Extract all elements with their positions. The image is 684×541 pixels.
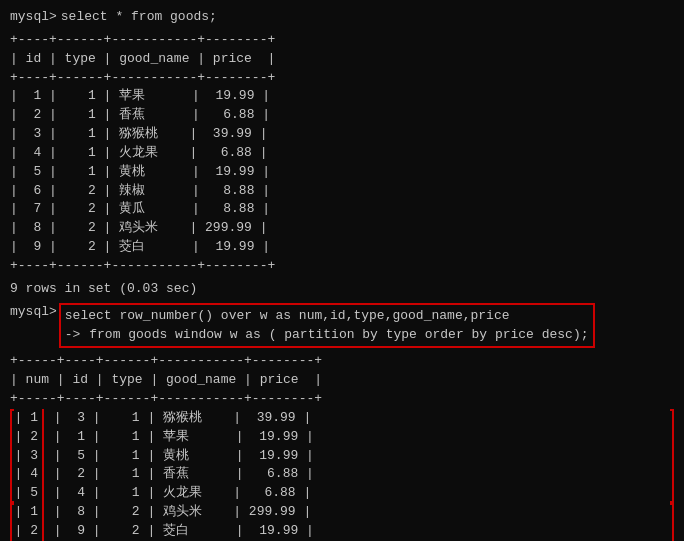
table2-divider-top: +-----+----+------+-----------+--------+ bbox=[10, 352, 674, 371]
table1-row-2: | 2 | 1 | 香蕉 | 6.88 | bbox=[10, 106, 674, 125]
prompt1: mysql> bbox=[10, 8, 57, 27]
red-border-right-g1 bbox=[670, 409, 674, 503]
table1-row-8: | 8 | 2 | 鸡头米 | 299.99 | bbox=[10, 219, 674, 238]
t2-row-6-wrapper: | 1 | 8 | 2 | 鸡头米 | 299.99 | bbox=[14, 503, 670, 522]
table2-divider-mid: +-----+----+------+-----------+--------+ bbox=[10, 390, 674, 409]
t2-row-2-rest: | 1 | 1 | 苹果 | 19.99 | bbox=[44, 428, 314, 447]
t2-row-3-rest: | 5 | 1 | 黄桃 | 19.99 | bbox=[44, 447, 314, 466]
query2-block: mysql> select row_number() over w as num… bbox=[10, 303, 674, 349]
result1: 9 rows in set (0.03 sec) bbox=[10, 280, 674, 299]
table1-divider-mid: +----+------+-----------+--------+ bbox=[10, 69, 674, 88]
table2-rows-group2: | 1 | 8 | 2 | 鸡头米 | 299.99 | | 2 | 9 | 2… bbox=[10, 503, 674, 541]
t2-row-7-rest: | 9 | 2 | 茭白 | 19.99 | bbox=[44, 522, 314, 541]
table1-row-6: | 6 | 2 | 辣椒 | 8.88 | bbox=[10, 182, 674, 201]
table1-row-1: | 1 | 1 | 苹果 | 19.99 | bbox=[10, 87, 674, 106]
table1-row-7: | 7 | 2 | 黄瓜 | 8.88 | bbox=[10, 200, 674, 219]
query1-line: mysql> select * from goods; bbox=[10, 8, 674, 27]
t2-row-4-rest: | 2 | 1 | 香蕉 | 6.88 | bbox=[44, 465, 314, 484]
table1-row-4: | 4 | 1 | 火龙果 | 6.88 | bbox=[10, 144, 674, 163]
t2-row-5-wrapper: | 5 | 4 | 1 | 火龙果 | 6.88 | bbox=[14, 484, 670, 503]
terminal: mysql> select * from goods; +----+------… bbox=[10, 8, 674, 541]
table1-row-9: | 9 | 2 | 茭白 | 19.99 | bbox=[10, 238, 674, 257]
t2-row-4-wrapper: | 4 | 2 | 1 | 香蕉 | 6.88 | bbox=[14, 465, 670, 484]
table1-row-3: | 3 | 1 | 猕猴桃 | 39.99 | bbox=[10, 125, 674, 144]
t2-row-1-wrapper: | 1 | 3 | 1 | 猕猴桃 | 39.99 | bbox=[14, 409, 670, 428]
t2-row-3-wrapper: | 3 | 5 | 1 | 黄桃 | 19.99 | bbox=[14, 447, 670, 466]
t2-row-1-rest: | 3 | 1 | 猕猴桃 | 39.99 | bbox=[44, 409, 311, 428]
continuation-arrow: -> bbox=[65, 327, 81, 342]
t2-row-1-num: | 1 bbox=[14, 409, 44, 428]
table2-rows-group1-content: | 1 | 3 | 1 | 猕猴桃 | 39.99 | | 2 | 1 | 1 … bbox=[14, 409, 670, 503]
table1-header: | id | type | good_name | price | bbox=[10, 50, 674, 69]
query2-continuation: -> from goods window w as ( partition by… bbox=[65, 326, 589, 345]
red-border-right-g2 bbox=[670, 503, 674, 541]
t2-row-7-num: | 2 bbox=[14, 522, 44, 541]
prompt2: mysql> bbox=[10, 303, 57, 322]
t2-row-4-num: | 4 bbox=[14, 465, 44, 484]
table1-divider-top: +----+------+-----------+--------+ bbox=[10, 31, 674, 50]
t2-row-2-wrapper: | 2 | 1 | 1 | 苹果 | 19.99 | bbox=[14, 428, 670, 447]
query1-text: select * from goods; bbox=[61, 8, 217, 27]
t2-row-6-num: | 1 bbox=[14, 503, 44, 522]
table2: +-----+----+------+-----------+--------+… bbox=[10, 352, 674, 541]
t2-row-2-num: | 2 bbox=[14, 428, 44, 447]
query2-wrapper: mysql> select row_number() over w as num… bbox=[10, 303, 674, 349]
table2-header: | num | id | type | good_name | price | bbox=[10, 371, 674, 390]
sql-query2-box: select row_number() over w as num,id,typ… bbox=[59, 303, 595, 349]
table2-rows-group1: | 1 | 3 | 1 | 猕猴桃 | 39.99 | | 2 | 1 | 1 … bbox=[10, 409, 674, 503]
t2-row-5-num: | 5 bbox=[14, 484, 44, 503]
table1-divider-bot: +----+------+-----------+--------+ bbox=[10, 257, 674, 276]
t2-row-6-rest: | 8 | 2 | 鸡头米 | 299.99 | bbox=[44, 503, 311, 522]
t2-row-7-wrapper: | 2 | 9 | 2 | 茭白 | 19.99 | bbox=[14, 522, 670, 541]
table1: +----+------+-----------+--------+ | id … bbox=[10, 31, 674, 276]
t2-row-3-num: | 3 bbox=[14, 447, 44, 466]
query2-line2: from goods window w as ( partition by ty… bbox=[89, 327, 588, 342]
query2-line1: select row_number() over w as num,id,typ… bbox=[65, 307, 589, 326]
table1-row-5: | 5 | 1 | 黄桃 | 19.99 | bbox=[10, 163, 674, 182]
t2-row-5-rest: | 4 | 1 | 火龙果 | 6.88 | bbox=[44, 484, 311, 503]
table2-rows-group2-content: | 1 | 8 | 2 | 鸡头米 | 299.99 | | 2 | 9 | 2… bbox=[14, 503, 670, 541]
